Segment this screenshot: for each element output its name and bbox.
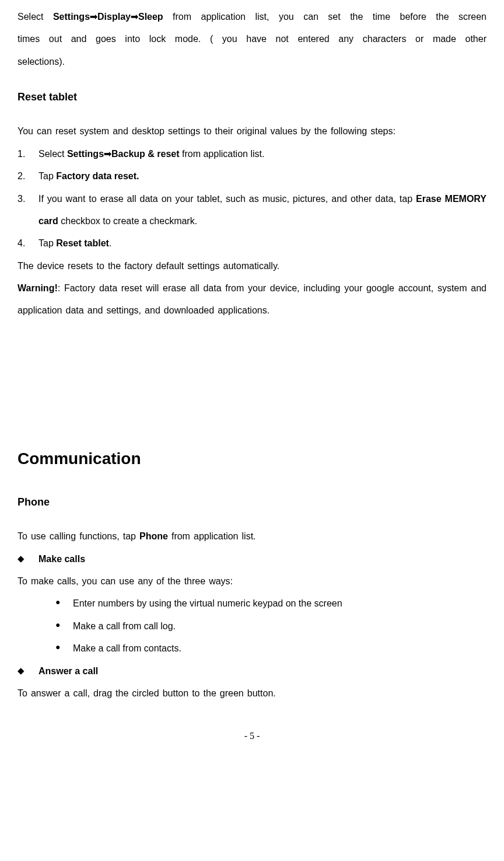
make-calls-item-2: ● Make a call from call log. <box>55 615 487 637</box>
intro-paragraph: Select Settings➟Display➟Sleep from appli… <box>18 6 487 73</box>
arrow-icon: ➟ <box>131 6 138 28</box>
step-1: 1. Select Settings➟Backup & reset from a… <box>18 143 487 165</box>
heading-phone: Phone <box>18 490 487 515</box>
heading-communication: Communication <box>18 439 487 478</box>
make-calls-item-3: ● Make a call from contacts. <box>55 637 487 660</box>
circle-icon: ● <box>55 615 61 637</box>
reset-intro-text: You can reset system and desktop setting… <box>18 120 487 142</box>
diamond-icon: ◆ <box>18 660 28 682</box>
phone-intro: To use calling functions, tap Phone from… <box>18 525 487 548</box>
answer-call-heading: ◆ Answer a call <box>18 660 487 682</box>
make-calls-item-1: ● Enter numbers by using the virtual num… <box>55 592 487 615</box>
step-3: 3. If you want to erase all data on your… <box>18 188 487 233</box>
arrow-icon: ➟ <box>104 143 111 165</box>
diamond-icon: ◆ <box>18 548 28 570</box>
circle-icon: ● <box>55 637 61 660</box>
answer-call-text: To answer a call, drag the circled butto… <box>18 682 487 705</box>
page-number: - 5 - <box>18 725 487 747</box>
warning-text: Warning!: Factory data reset will erase … <box>18 277 487 322</box>
step-4: 4. Tap Reset tablet. <box>18 232 487 255</box>
circle-icon: ● <box>55 592 61 615</box>
step-2: 2. Tap Factory data reset. <box>18 165 487 187</box>
reset-outro-text: The device resets to the factory default… <box>18 255 487 277</box>
make-calls-intro: To make calls, you can use any of the th… <box>18 570 487 592</box>
make-calls-heading: ◆ Make calls <box>18 548 487 570</box>
heading-reset-tablet: Reset tablet <box>18 85 487 110</box>
arrow-icon: ➟ <box>90 6 97 28</box>
